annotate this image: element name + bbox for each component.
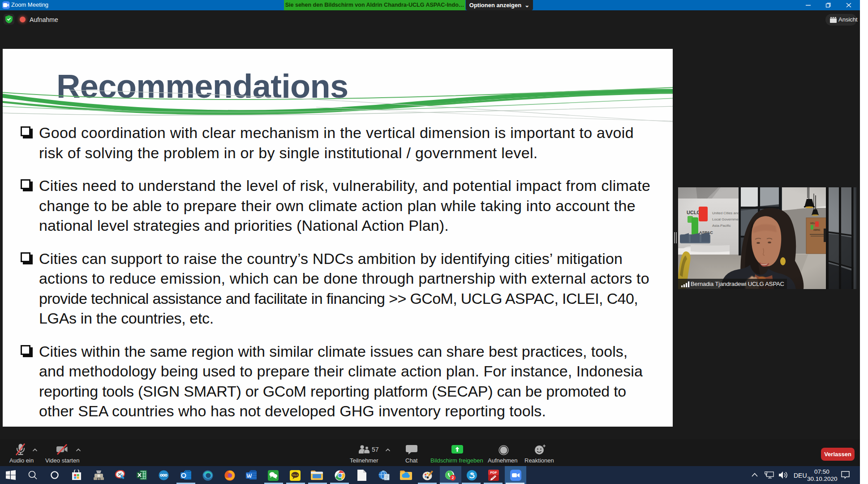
svg-text:2: 2 xyxy=(451,475,454,480)
svg-text:TALK: TALK xyxy=(292,474,299,476)
svg-text:PDF: PDF xyxy=(490,471,497,475)
